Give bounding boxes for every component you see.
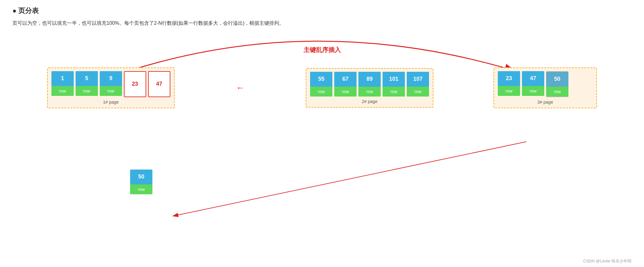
page-title: ● 页分表: [12, 6, 632, 15]
cell-107: 107 row: [407, 72, 429, 97]
red-label: 主键乱序插入: [304, 46, 341, 54]
page1-box: 1 row 5 row 9 row 23 47 1#: [47, 67, 175, 108]
cell-23: 23 row: [498, 71, 520, 96]
cell-50-page3: 50 row: [546, 71, 568, 97]
diagram-area: 主键乱序插入 1 row 5: [12, 37, 632, 253]
pages-row: 1 row 5 row 9 row 23 47 1#: [12, 67, 632, 108]
cell-1: 1 row: [51, 71, 74, 96]
description: 页可以为空，也可以填充一半，也可以填充100%。每个页包含了2-N行数据(如果一…: [12, 19, 632, 27]
cell-5: 5 row: [76, 71, 98, 96]
cell-47: 47 row: [522, 71, 544, 96]
cell-9: 9 row: [100, 71, 122, 96]
page3-box: 23 row 47 row 50 row 3# page: [493, 67, 597, 108]
page2-box: 55 row 67 row 89 row 101 row 107 row: [306, 68, 433, 108]
cell-55: 55 row: [310, 72, 332, 97]
page2-label: 2# page: [362, 99, 378, 104]
cell-23-pending: 23: [124, 71, 146, 97]
cell-47-pending: 47: [148, 71, 170, 97]
page3-cells: 23 row 47 row 50 row: [498, 71, 593, 97]
cell-89: 89 row: [358, 72, 381, 97]
page1-label: 1# page: [103, 100, 119, 105]
page3-label: 3# page: [537, 100, 553, 105]
page1-cells: 1 row 5 row 9 row 23 47: [51, 71, 170, 97]
cell-67: 67 row: [334, 72, 357, 97]
float-50-cell: 50 row: [130, 170, 152, 194]
left-arrow-icon: ←: [236, 83, 245, 93]
page2-cells: 55 row 67 row 89 row 101 row 107 row: [310, 72, 429, 97]
footer: CSDN @Leslie 快乐少年郎: [583, 258, 632, 264]
empty-cell: [570, 71, 593, 96]
cell-101: 101 row: [383, 72, 405, 97]
